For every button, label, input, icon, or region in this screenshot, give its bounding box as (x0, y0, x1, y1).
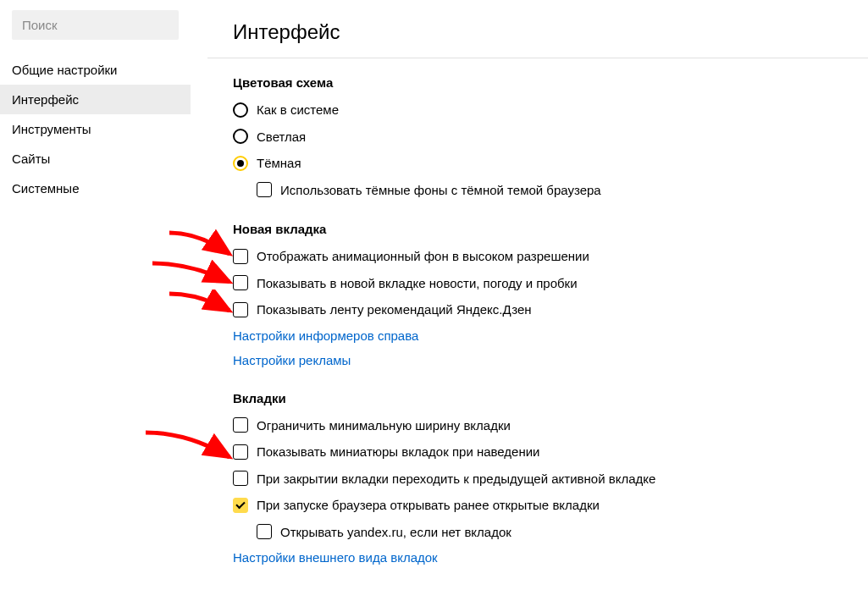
radio-label: Светлая (257, 129, 306, 146)
checkbox-prev-active-tab[interactable] (233, 471, 248, 486)
checkbox-label: Использовать тёмные фоны с тёмной темой … (280, 182, 601, 199)
section-title-new-tab: Новая вкладка (233, 222, 843, 236)
settings-sidebar: Поиск Общие настройки Интерфейс Инструме… (0, 0, 191, 601)
link-informers-settings[interactable]: Настройки информеров справа (233, 328, 843, 343)
sidebar-item-interface[interactable]: Интерфейс (0, 85, 191, 114)
checkbox-tab-thumbnails[interactable] (233, 444, 248, 460)
radio-system[interactable] (233, 102, 248, 118)
radio-dark[interactable] (233, 156, 248, 171)
divider (207, 58, 868, 58)
checkbox-label: Ограничить минимальную ширину вкладки (257, 417, 511, 434)
sidebar-item-general[interactable]: Общие настройки (0, 55, 191, 85)
checkbox-label: Показывать миниатюры вкладок при наведен… (257, 444, 540, 460)
checkbox-label: Показывать ленту рекомендаций Яндекс.Дзе… (257, 301, 532, 318)
checkbox-zen-feed[interactable] (233, 302, 248, 317)
settings-content: Интерфейс Цветовая схема Как в системе С… (207, 0, 868, 601)
checkbox-label: При закрытии вкладки переходить к предыд… (257, 471, 655, 488)
checkbox-anim-bg[interactable] (233, 249, 248, 264)
link-ads-settings[interactable]: Настройки рекламы (233, 353, 843, 367)
checkbox-open-yandex-if-empty[interactable] (257, 524, 272, 539)
sidebar-item-system[interactable]: Системные (0, 174, 191, 203)
checkbox-label: Открывать yandex.ru, если нет вкладок (280, 524, 511, 541)
checkbox-label: При запуске браузера открывать ранее отк… (257, 497, 600, 514)
radio-light[interactable] (233, 129, 248, 144)
checkbox-label: Показывать в новой вкладке новости, пого… (257, 275, 578, 292)
section-title-tabs: Вкладки (233, 391, 843, 405)
section-title-color-scheme: Цветовая схема (233, 75, 843, 90)
checkbox-min-tab-width[interactable] (233, 417, 248, 433)
sidebar-item-sites[interactable]: Сайты (0, 144, 191, 174)
checkbox-dark-backgrounds[interactable] (257, 182, 272, 197)
radio-label: Как в системе (257, 102, 339, 119)
checkbox-label: Отображать анимационный фон в высоком ра… (257, 248, 589, 265)
link-tab-appearance[interactable]: Настройки внешнего вида вкладок (233, 550, 843, 565)
sidebar-item-tools[interactable]: Инструменты (0, 114, 191, 144)
page-title: Интерфейс (233, 20, 843, 44)
checkbox-news-weather-traffic[interactable] (233, 275, 248, 290)
radio-label: Тёмная (257, 155, 301, 172)
search-input[interactable]: Поиск (12, 10, 179, 40)
checkbox-restore-tabs[interactable] (233, 498, 248, 513)
